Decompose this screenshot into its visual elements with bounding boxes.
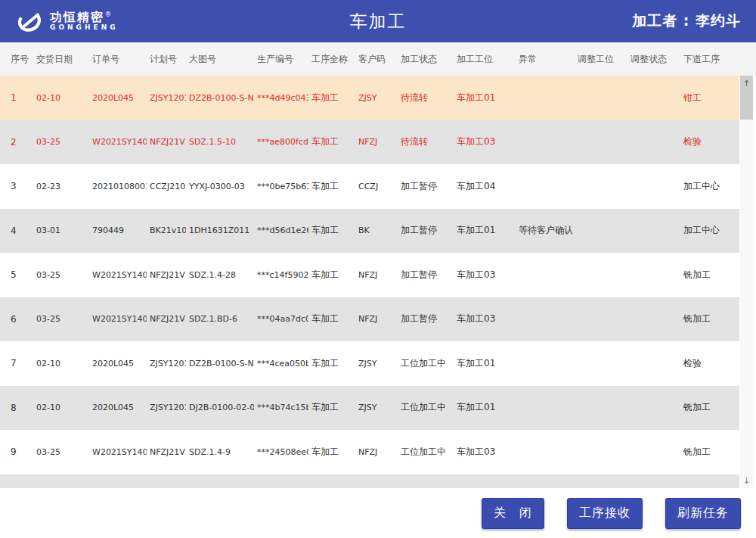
cell-delivery-date: 03-01: [33, 225, 89, 235]
col-header-prod-no: 生产编号: [254, 53, 308, 66]
cell-station: 车加工01: [454, 92, 516, 104]
cell-process-name: 车加工: [308, 92, 355, 104]
col-header-process-name: 工序全称: [308, 53, 355, 66]
cell-delivery-date: 03-25: [33, 137, 89, 147]
cell-drawing-no: SDZ.1.4-28: [186, 270, 254, 280]
cell-process-name: 车加工: [308, 135, 355, 148]
cell-drawing-no: DZ2B-0100-S-N-: [186, 93, 254, 103]
table-row[interactable]: 1 02-10 2020L045 ZJSY1201 DZ2B-0100-S-N-…: [0, 76, 739, 120]
col-header-adjust-station: 调整工位: [575, 53, 627, 66]
cell-customer-code: NFZJ: [355, 137, 398, 147]
cell-customer-code: ZJSY: [355, 403, 398, 412]
table-row[interactable]: 8 02-10 2020L045 ZJSY1201 DJ2B-0100-02-0…: [0, 386, 739, 431]
scroll-down-icon[interactable]: ↓: [740, 473, 753, 488]
cell-status: 加工暂停: [398, 269, 454, 281]
cell-process-name: 车加工: [308, 180, 355, 193]
close-button[interactable]: 关 闭: [482, 498, 544, 529]
cell-status: 工位加工中: [398, 446, 454, 459]
cell-prod-no: ***c14f5902: [254, 270, 308, 280]
topbar: 功恒精密® GONGHENG 车加工 加工者 : 李约斗: [0, 0, 756, 42]
refresh-tasks-button[interactable]: 刷新任务: [665, 498, 741, 529]
cell-plan-no: ZJSY1201: [147, 359, 186, 369]
table-row[interactable]: 7 02-10 2020L045 ZJSY1201 DZ2B-0100-S-N.…: [0, 341, 739, 386]
cell-seq: 6: [0, 314, 33, 325]
cell-next-process: 铣加工: [680, 401, 739, 414]
col-header-plan-no: 计划号: [147, 53, 186, 66]
cell-station: 车加工03: [454, 313, 516, 325]
cell-seq: 9: [0, 446, 33, 457]
cell-customer-code: ZJSY: [355, 93, 398, 103]
cell-customer-code: NFZJ: [355, 447, 398, 457]
cell-process-name: 车加工: [308, 224, 355, 237]
cell-plan-no: BK21v101: [147, 225, 186, 235]
cell-next-process: 钳工: [680, 92, 739, 104]
col-header-station: 加工工位: [454, 53, 516, 66]
cell-delivery-date: 02-23: [33, 182, 89, 191]
cell-next-process: 铣加工: [680, 269, 739, 281]
col-header-drawing-no: 大图号: [186, 53, 254, 66]
cell-order-no: W2021SY140: [89, 447, 147, 457]
col-header-seq: 序号: [0, 53, 33, 66]
scroll-up-icon[interactable]: ↑: [740, 76, 753, 91]
cell-status: 待流转: [398, 135, 454, 148]
scrollbar-thumb[interactable]: [740, 91, 753, 120]
table-row[interactable]: 5 03-25 W2021SY140 NFZJ21V1 SDZ.1.4-28 *…: [0, 253, 739, 297]
table-header-row: 序号 交货日期 订单号 计划号 大图号 生产编号 工序全称 客户码 加工状态 加…: [0, 42, 756, 76]
table-row[interactable]: 4 03-01 790449 BK21v101 1DH1631Z011 ***d…: [0, 209, 739, 253]
cell-prod-no: ***4b74c15b: [254, 403, 308, 412]
cell-delivery-date: 02-10: [33, 403, 89, 412]
vertical-scrollbar[interactable]: ↑ ↓: [740, 76, 753, 488]
cell-process-name: 车加工: [308, 313, 355, 325]
cell-station: 车加工04: [454, 180, 516, 193]
cell-delivery-date: 03-25: [33, 447, 89, 457]
cell-delivery-date: 03-25: [33, 314, 89, 324]
cell-station: 车加工01: [454, 401, 516, 414]
col-header-delivery-date: 交货日期: [33, 53, 89, 66]
cell-plan-no: ZJSY1201: [147, 403, 186, 412]
cell-prod-no: ***4d49c043: [254, 93, 308, 103]
cell-delivery-date: 02-10: [33, 93, 89, 103]
col-header-status: 加工状态: [398, 53, 454, 66]
cell-seq: 8: [0, 403, 33, 413]
col-header-order-no: 订单号: [89, 53, 147, 66]
cell-next-process: 检验: [680, 135, 739, 148]
table-row[interactable]: 9 03-25 W2021SY140 NFZJ21V1 SDZ.1.4-9 **…: [0, 430, 739, 474]
cell-customer-code: BK: [355, 225, 398, 235]
cell-prod-no: ***d56d1e26: [254, 225, 308, 235]
cell-order-no: W2021SY140: [89, 270, 147, 280]
cell-customer-code: ZJSY: [355, 359, 398, 369]
cell-station: 车加工03: [454, 135, 516, 148]
col-header-next-process: 下道工序: [680, 53, 739, 66]
cell-prod-no: ***0be75b63: [254, 182, 308, 191]
table-viewport: 1 02-10 2020L045 ZJSY1201 DZ2B-0100-S-N-…: [0, 76, 756, 488]
process-receive-button[interactable]: 工序接收: [567, 498, 643, 529]
table-body: 1 02-10 2020L045 ZJSY1201 DZ2B-0100-S-N-…: [0, 76, 739, 488]
cell-order-no: 2020L045: [89, 403, 147, 412]
cell-station: 车加工03: [454, 446, 516, 459]
operator-label: 加工者 : 李约斗: [632, 11, 741, 31]
partial-next-row: [0, 474, 739, 489]
cell-plan-no: NFZJ21V1: [147, 447, 186, 457]
cell-order-no: W2021SY140: [89, 314, 147, 324]
table-row[interactable]: 3 02-23 202101080011 CCZJ2108 YYXJ-0300-…: [0, 164, 739, 209]
cell-status: 工位加工中: [398, 357, 454, 370]
cell-process-name: 车加工: [308, 269, 355, 281]
cell-process-name: 车加工: [308, 357, 355, 370]
cell-status: 待流转: [398, 92, 454, 104]
cell-prod-no: ***04aa7dc0: [254, 314, 308, 324]
cell-seq: 4: [0, 225, 33, 236]
col-header-customer-code: 客户码: [355, 53, 398, 66]
scrollbar-track[interactable]: [740, 120, 753, 473]
cell-next-process: 铣加工: [680, 313, 739, 325]
cell-next-process: 检验: [680, 357, 739, 370]
footer-bar: 关 闭 工序接收 刷新任务: [0, 488, 756, 538]
cell-order-no: 2020L045: [89, 359, 147, 369]
cell-customer-code: CCZJ: [355, 182, 398, 191]
cell-order-no: W2021SY140: [89, 137, 147, 147]
table-row[interactable]: 6 03-25 W2021SY140 NFZJ21V1 SDZ.1.BD-6 *…: [0, 297, 739, 342]
table-row[interactable]: 2 03-25 W2021SY140 NFZJ21V1 SDZ.1.5-10 *…: [0, 120, 739, 165]
cell-next-process: 加工中心: [680, 224, 739, 237]
cell-customer-code: NFZJ: [355, 270, 398, 280]
cell-process-name: 车加工: [308, 401, 355, 414]
cell-seq: 7: [0, 358, 33, 369]
